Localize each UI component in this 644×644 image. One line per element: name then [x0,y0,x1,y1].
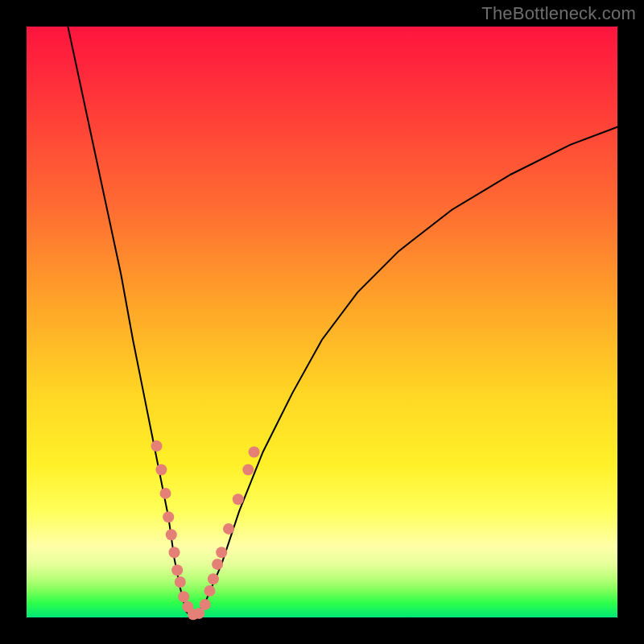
sample-dot [171,564,183,576]
sample-dot [155,464,167,476]
plot-area [27,27,617,617]
sample-dot [223,523,234,535]
sample-dot [208,573,219,584]
sample-dot [163,511,174,522]
sample-dot [233,493,244,505]
sample-dot [175,576,186,588]
sample-dot [151,440,163,452]
sample-dot [216,547,227,558]
bottleneck-curve [68,27,617,617]
sample-dot [200,599,211,610]
sample-dot [204,585,216,597]
chart-frame: TheBottleneck.com [0,0,644,644]
watermark-text: TheBottleneck.com [481,3,636,24]
sample-dot [160,488,171,499]
sample-dot [178,591,189,602]
sample-dot [242,464,254,476]
sample-dot [169,547,180,558]
sample-dot [212,559,223,570]
sample-dot [166,529,177,540]
sample-dots-group [151,440,260,620]
chart-svg [27,27,617,617]
sample-dot [249,447,260,458]
